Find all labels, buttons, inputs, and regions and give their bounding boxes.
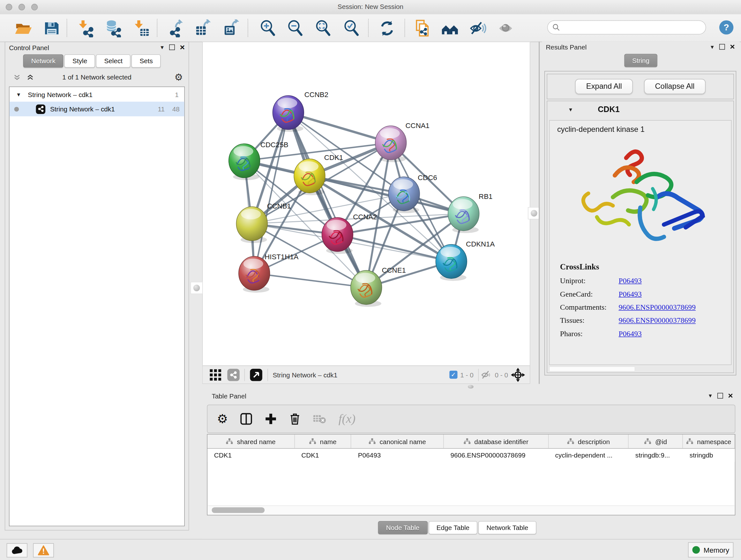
control-panel-maximize-icon[interactable] xyxy=(170,44,175,50)
zoom-selected-icon[interactable] xyxy=(343,19,360,37)
show-all-icon[interactable] xyxy=(497,19,515,37)
network-node-ccnb2[interactable] xyxy=(273,96,304,132)
tab-select[interactable]: Select xyxy=(96,54,131,67)
delete-column-icon[interactable] xyxy=(289,413,301,425)
network-node-ccna1[interactable] xyxy=(375,126,407,162)
column-header-database-identifier[interactable]: database identifier xyxy=(444,435,549,448)
table-cell[interactable]: stringdb:9... xyxy=(629,449,683,462)
right-splitter-handle[interactable] xyxy=(528,207,540,220)
zoom-in-icon[interactable] xyxy=(259,19,277,37)
tab-network[interactable]: Network xyxy=(23,54,64,67)
show-columns-icon[interactable] xyxy=(240,413,253,425)
node-label: CCNB2 xyxy=(305,91,328,99)
network-node-cdk1[interactable] xyxy=(294,159,325,195)
memory-button[interactable]: Memory xyxy=(688,543,733,557)
export-table-icon[interactable] xyxy=(194,19,212,37)
table-cell[interactable]: 9606.ENSP00000378699 xyxy=(444,449,549,462)
table-panel-float-icon[interactable]: ▼ xyxy=(708,393,713,399)
export-network-icon[interactable] xyxy=(167,19,185,37)
collection-collapse-icon[interactable]: ▼ xyxy=(16,91,21,98)
network-edge[interactable] xyxy=(288,112,391,143)
results-panel-float-icon[interactable]: ▼ xyxy=(710,44,715,50)
tab-style[interactable]: Style xyxy=(64,54,95,67)
network-collection-row[interactable]: ▼ String Network – cdk1 1 xyxy=(10,87,185,102)
results-panel-maximize-icon[interactable] xyxy=(720,44,725,50)
control-panel-close-icon[interactable]: × xyxy=(180,44,185,50)
column-header--id[interactable]: @id xyxy=(629,435,683,448)
control-panel-float-icon[interactable]: ▼ xyxy=(159,44,165,50)
search-input[interactable] xyxy=(560,23,694,31)
fit-content-crosshair-icon[interactable] xyxy=(511,368,525,381)
table-cell[interactable]: CDK1 xyxy=(295,449,351,462)
table-cell[interactable]: stringdb xyxy=(683,449,735,462)
warnings-button[interactable] xyxy=(33,543,54,557)
tab-node-table[interactable]: Node Table xyxy=(378,521,428,534)
crosslink-link[interactable]: 9606.ENSP00000378699 xyxy=(618,316,696,325)
hide-selected-icon[interactable] xyxy=(469,19,487,37)
save-session-icon[interactable] xyxy=(43,19,60,37)
table-cell[interactable]: CDK1 xyxy=(207,449,294,462)
open-session-icon[interactable] xyxy=(14,19,32,37)
network-node-cdc25b[interactable] xyxy=(229,144,260,180)
zoom-fit-icon[interactable] xyxy=(314,19,332,37)
grid-view-icon[interactable] xyxy=(209,368,222,381)
cloud-button[interactable] xyxy=(7,543,27,557)
birds-eye-view-icon[interactable] xyxy=(250,368,263,381)
results-panel-close-icon[interactable]: × xyxy=(730,44,735,50)
table-cell[interactable]: cyclin-dependent ... xyxy=(549,449,629,462)
results-scrollbar[interactable] xyxy=(549,367,635,372)
network-canvas[interactable]: CCNB2CCNA1CDC25BCDK1CDC6RB1CCNB1CCNA2CDK… xyxy=(202,42,530,384)
network-node-rb1[interactable] xyxy=(448,197,479,233)
collapse-all-button[interactable]: Collapse All xyxy=(644,79,705,94)
tab-string[interactable]: String xyxy=(624,54,658,67)
refresh-icon[interactable] xyxy=(378,19,396,37)
column-header-shared-name[interactable]: shared name xyxy=(207,435,294,448)
gene-collapse-icon[interactable]: ▼ xyxy=(568,107,573,113)
expand-all-button[interactable]: Expand All xyxy=(576,79,633,94)
network-row-selected[interactable]: String Network – cdk1 11 48 xyxy=(10,102,185,116)
network-view-mode-icon[interactable] xyxy=(227,368,240,381)
gene-name: CDK1 xyxy=(598,105,620,115)
crosslink-label: Pharos: xyxy=(560,329,619,338)
import-table-icon[interactable] xyxy=(133,19,151,37)
first-neighbors-icon[interactable] xyxy=(441,19,459,37)
table-hscrollbar-thumb[interactable] xyxy=(212,507,265,513)
table-row[interactable]: CDK1CDK1P064939606.ENSP00000378699cyclin… xyxy=(207,449,735,462)
tab-sets[interactable]: Sets xyxy=(131,54,161,67)
network-edge[interactable] xyxy=(288,112,366,287)
network-node-cdkn1a[interactable] xyxy=(435,245,467,281)
copy-network-icon[interactable] xyxy=(413,19,431,37)
network-options-gear-icon[interactable]: ⚙ xyxy=(175,71,183,83)
selected-checkbox-icon[interactable]: ✓ xyxy=(449,371,457,379)
table-hscrollbar[interactable] xyxy=(208,505,735,514)
network-node-ccne1[interactable] xyxy=(351,270,382,307)
network-edge[interactable] xyxy=(254,273,366,287)
zoom-out-icon[interactable] xyxy=(286,19,304,37)
table-panel-close-icon[interactable]: × xyxy=(728,393,733,399)
crosslink-link[interactable]: P06493 xyxy=(618,276,642,285)
export-image-icon[interactable] xyxy=(222,19,240,37)
crosslink-link[interactable]: P06493 xyxy=(618,329,642,338)
crosslink-link[interactable]: P06493 xyxy=(618,290,642,299)
column-header-namespace[interactable]: namespace xyxy=(683,435,735,448)
table-options-gear-icon[interactable]: ⚙ xyxy=(217,413,228,425)
horizontal-splitter-dot[interactable] xyxy=(468,385,474,388)
column-header-description[interactable]: description xyxy=(549,435,629,448)
network-graph[interactable]: CCNB2CCNA1CDC25BCDK1CDC6RB1CCNB1CCNA2CDK… xyxy=(203,42,530,366)
add-column-icon[interactable] xyxy=(265,413,277,425)
table-cell[interactable]: P06493 xyxy=(351,449,444,462)
left-splitter-handle[interactable] xyxy=(191,282,203,294)
network-node-ccna2[interactable] xyxy=(322,217,353,254)
help-button[interactable]: ? xyxy=(719,20,733,35)
network-node-ccnb1[interactable] xyxy=(236,206,267,243)
column-header-name[interactable]: name xyxy=(295,435,351,448)
column-header-canonical-name[interactable]: canonical name xyxy=(351,435,444,448)
import-network-database-icon[interactable] xyxy=(105,19,122,37)
crosslink-link[interactable]: 9606.ENSP00000378699 xyxy=(618,303,696,312)
table-panel-maximize-icon[interactable] xyxy=(718,393,724,399)
network-edge[interactable] xyxy=(254,112,288,273)
tab-network-table[interactable]: Network Table xyxy=(478,521,536,534)
tab-edge-table[interactable]: Edge Table xyxy=(428,521,478,534)
network-node-hist1h1a[interactable] xyxy=(239,256,270,293)
import-network-file-icon[interactable] xyxy=(77,19,95,37)
